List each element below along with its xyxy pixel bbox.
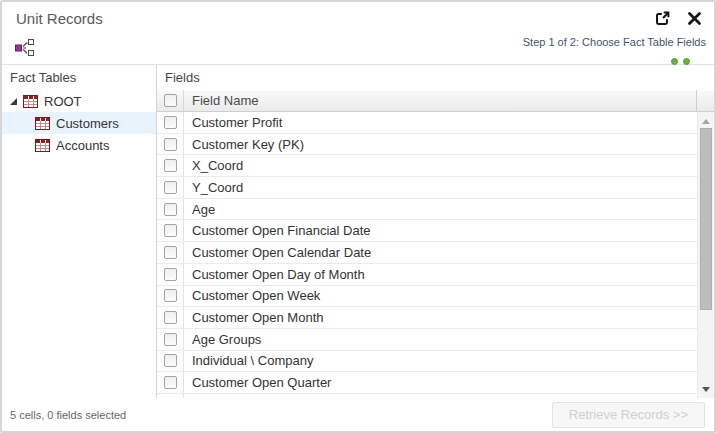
field-checkbox[interactable]: [164, 138, 177, 151]
retrieve-records-button[interactable]: Retrieve Records >>: [552, 402, 705, 428]
step-indicator-label: Step 1 of 2: Choose Fact Table Fields: [523, 36, 706, 48]
dialog-body: Fact Tables ROOT Customers Accounts Fiel…: [2, 65, 714, 398]
field-name-label: Customer Open Financial Date: [184, 220, 697, 241]
field-checkbox[interactable]: [164, 159, 177, 172]
field-name-label: Individual \ Company: [184, 351, 697, 372]
fact-tables-tree: ROOT Customers Accounts: [2, 90, 156, 156]
grid-header-spacer: [696, 90, 714, 111]
scrollbar-thumb[interactable]: [700, 128, 712, 310]
step-dot-2[interactable]: [683, 58, 690, 65]
selection-summary: 5 cells, 0 fields selected: [10, 409, 126, 421]
field-checkbox[interactable]: [164, 333, 177, 346]
tree-item-root[interactable]: ROOT: [2, 90, 156, 112]
titlebar-icons: [638, 10, 702, 27]
field-name-label: Age Groups: [184, 329, 697, 350]
field-name-label: Age: [184, 199, 697, 220]
field-row[interactable]: Customer Open Quarter: [157, 372, 697, 394]
scrollbar-up-arrow-icon[interactable]: [698, 114, 714, 128]
field-name-label: Customer Open Calendar Date: [184, 242, 697, 263]
wizard-subheader: Step 1 of 2: Choose Fact Table Fields: [2, 34, 714, 65]
field-checkbox-cell: [157, 307, 184, 328]
field-name-label: Customer Open Quarter: [184, 372, 697, 393]
field-checkbox-cell: [157, 155, 184, 176]
fields-grid-header: Field Name: [157, 90, 714, 112]
field-name-column-header[interactable]: Field Name: [184, 90, 696, 111]
field-name-label: Customer Key (PK): [184, 134, 697, 155]
select-all-checkbox[interactable]: [164, 94, 177, 107]
vertical-scrollbar[interactable]: [697, 112, 714, 398]
field-row[interactable]: Individual \ Company: [157, 351, 697, 373]
field-checkbox[interactable]: [164, 311, 177, 324]
title-bar: Unit Records: [2, 2, 714, 34]
field-checkbox-cell: [157, 134, 184, 155]
field-checkbox[interactable]: [164, 289, 177, 302]
field-checkbox[interactable]: [164, 246, 177, 259]
field-name-label: Customer Open Week: [184, 286, 697, 307]
field-row-partial[interactable]: [157, 394, 697, 398]
field-checkbox-cell: [157, 220, 184, 241]
fields-rows: Customer ProfitCustomer Key (PK)X_CoordY…: [157, 112, 697, 398]
field-checkbox-cell: [157, 112, 184, 133]
field-checkbox[interactable]: [164, 354, 177, 367]
field-name-label: [184, 394, 697, 398]
select-all-cell: [157, 90, 184, 111]
field-checkbox[interactable]: [164, 268, 177, 281]
tree-item-label: ROOT: [44, 94, 82, 109]
field-checkbox[interactable]: [164, 376, 177, 389]
field-row[interactable]: Customer Profit: [157, 112, 697, 134]
field-row[interactable]: Age Groups: [157, 329, 697, 351]
tree-item-accounts[interactable]: Accounts: [2, 134, 156, 156]
fact-tables-panel: Fact Tables ROOT Customers Accounts: [2, 65, 156, 398]
field-row[interactable]: Customer Open Month: [157, 307, 697, 329]
fact-tables-panel-title: Fact Tables: [2, 65, 156, 90]
field-checkbox-cell: [157, 286, 184, 307]
table-icon: [35, 139, 50, 152]
field-checkbox-cell: [157, 264, 184, 285]
open-in-new-window-icon[interactable]: [654, 10, 671, 27]
fields-panel-title: Fields: [157, 65, 714, 90]
status-bar: 5 cells, 0 fields selected Retrieve Reco…: [2, 398, 714, 431]
tree-expanded-icon[interactable]: [9, 97, 18, 106]
field-checkbox[interactable]: [164, 224, 177, 237]
field-checkbox-cell: [157, 372, 184, 393]
field-checkbox-cell: [157, 329, 184, 350]
tree-item-label: Customers: [56, 116, 119, 131]
field-row[interactable]: Customer Open Financial Date: [157, 220, 697, 242]
field-name-label: X_Coord: [184, 155, 697, 176]
field-row[interactable]: Age: [157, 199, 697, 221]
field-row[interactable]: Customer Open Calendar Date: [157, 242, 697, 264]
field-checkbox[interactable]: [164, 116, 177, 129]
table-icon: [35, 117, 50, 130]
fields-grid-body: Customer ProfitCustomer Key (PK)X_CoordY…: [157, 112, 714, 398]
field-name-label: Customer Open Day of Month: [184, 264, 697, 285]
unit-records-dialog: Unit Records: [0, 0, 716, 433]
field-checkbox-cell: [157, 394, 184, 398]
field-checkbox-cell: [157, 199, 184, 220]
field-name-label: Customer Profit: [184, 112, 697, 133]
field-checkbox-cell: [157, 177, 184, 198]
field-checkbox-cell: [157, 242, 184, 263]
field-name-label: Customer Open Month: [184, 307, 697, 328]
tree-item-label: Accounts: [56, 138, 109, 153]
fields-panel: Fields Field Name Customer ProfitCustome…: [156, 65, 714, 398]
field-checkbox[interactable]: [164, 203, 177, 216]
step-dot-1[interactable]: [671, 58, 678, 65]
scrollbar-down-arrow-icon[interactable]: [698, 382, 714, 396]
field-checkbox-cell: [157, 351, 184, 372]
field-row[interactable]: Customer Open Day of Month: [157, 264, 697, 286]
field-checkbox[interactable]: [164, 181, 177, 194]
field-row[interactable]: X_Coord: [157, 155, 697, 177]
table-icon: [23, 95, 38, 108]
field-name-label: Y_Coord: [184, 177, 697, 198]
close-icon[interactable]: [687, 11, 702, 26]
page-title: Unit Records: [16, 10, 103, 27]
table-relationships-icon[interactable]: [14, 38, 35, 57]
field-row[interactable]: Customer Key (PK): [157, 134, 697, 156]
field-row[interactable]: Customer Open Week: [157, 286, 697, 308]
field-row[interactable]: Y_Coord: [157, 177, 697, 199]
tree-item-customers[interactable]: Customers: [2, 112, 156, 134]
